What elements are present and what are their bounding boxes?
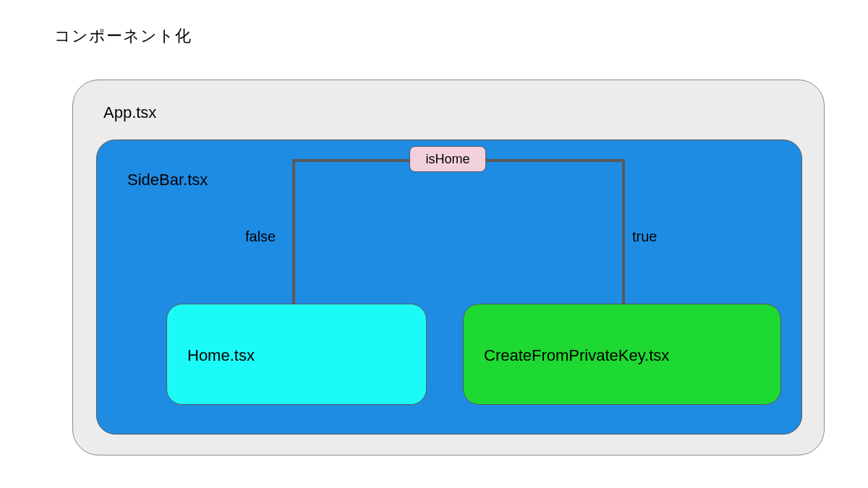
create-label: CreateFromPrivateKey.tsx [484,346,669,365]
create-component: CreateFromPrivateKey.tsx [463,304,781,405]
connector-left [292,159,295,305]
diagram-heading: コンポーネント化 [54,25,192,47]
app-container: App.tsx SideBar.tsx isHome false true Ho… [72,80,825,455]
branch-label-true: true [632,228,657,245]
condition-badge: isHome [409,146,486,172]
sidebar-container: SideBar.tsx isHome false true Home.tsx C… [96,140,802,435]
home-label: Home.tsx [187,346,255,365]
home-component: Home.tsx [166,304,427,405]
connector-right [622,159,625,305]
app-label: App.tsx [103,103,156,122]
sidebar-label: SideBar.tsx [127,171,208,189]
branch-label-false: false [245,228,276,245]
